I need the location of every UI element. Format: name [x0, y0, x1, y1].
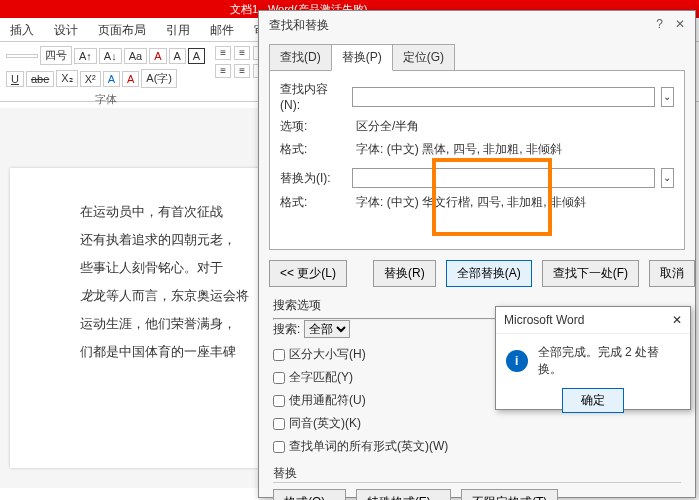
- replace-label: 替换为(I):: [280, 170, 346, 187]
- change-case-button[interactable]: Aa: [124, 48, 147, 64]
- bottom-section-label: 替换: [273, 465, 681, 482]
- doc-line: 龙龙等人而言，东京奥运会将: [80, 282, 250, 310]
- chk-sounds-like-label: 同音(英文)(K): [289, 415, 361, 432]
- ribbon-tab-design[interactable]: 设计: [44, 18, 88, 41]
- numbering-icon[interactable]: ≡: [234, 46, 250, 60]
- doc-line: 运动生涯，他们荣誉满身，: [80, 310, 250, 338]
- strikethrough-button[interactable]: abe: [26, 71, 54, 87]
- replace-button[interactable]: 替换(R): [373, 260, 436, 287]
- doc-line: 还有执着追求的四朝元老，: [80, 226, 250, 254]
- less-button[interactable]: << 更少(L): [269, 260, 347, 287]
- chk-sounds-like[interactable]: [273, 418, 285, 430]
- document-page[interactable]: 在运动员中，有首次征战 还有执着追求的四朝元老， 些事让人刻骨铭心。对于 龙龙等…: [10, 168, 260, 468]
- font-color-a-icon[interactable]: A: [149, 48, 166, 64]
- ribbon-tab-references[interactable]: 引用: [156, 18, 200, 41]
- chk-match-case[interactable]: [273, 349, 285, 361]
- font-size-select[interactable]: 四号: [40, 46, 72, 65]
- format-value-1: 字体: (中文) 黑体, 四号, 非加粗, 非倾斜: [356, 141, 674, 158]
- msgbox-title: Microsoft Word: [504, 313, 584, 327]
- doc-line: 们都是中国体育的一座丰碑: [80, 338, 250, 366]
- search-direction-label: 搜索:: [273, 321, 300, 338]
- ribbon-tab-mailings[interactable]: 邮件: [200, 18, 244, 41]
- enclose-char-button[interactable]: A(字): [141, 69, 177, 88]
- ribbon-tab-layout[interactable]: 页面布局: [88, 18, 156, 41]
- superscript-button[interactable]: X²: [80, 71, 101, 87]
- grow-font-button[interactable]: A↑: [74, 48, 97, 64]
- tab-find[interactable]: 查找(D): [269, 44, 332, 71]
- text-highlight-button[interactable]: A: [103, 71, 120, 87]
- find-replace-dialog: 查找和替换 ? ✕ 查找(D) 替换(P) 定位(G) 查找内容(N): ⌄ 选…: [258, 10, 696, 498]
- options-label: 选项:: [280, 118, 350, 135]
- message-box: Microsoft Word ✕ i 全部完成。完成 2 处替换。 确定: [495, 306, 691, 410]
- text-effects-button[interactable]: A: [169, 48, 186, 64]
- dialog-title: 查找和替换: [269, 17, 329, 34]
- tab-replace[interactable]: 替换(P): [331, 44, 393, 71]
- shrink-font-button[interactable]: A↓: [99, 48, 122, 64]
- options-value: 区分全/半角: [356, 118, 674, 135]
- msgbox-ok-button[interactable]: 确定: [562, 388, 624, 413]
- replace-all-button[interactable]: 全部替换(A): [446, 260, 532, 287]
- ribbon-tab-insert[interactable]: 插入: [0, 18, 44, 41]
- find-input[interactable]: [352, 87, 655, 107]
- special-button[interactable]: 特殊格式(E) ▾: [356, 489, 451, 500]
- msgbox-text: 全部完成。完成 2 处替换。: [538, 344, 680, 378]
- no-formatting-button[interactable]: 不限定格式(T): [461, 489, 558, 500]
- align-left-icon[interactable]: ≡: [215, 64, 231, 78]
- info-icon: i: [506, 350, 528, 372]
- document-area: 在运动员中，有首次征战 还有执着追求的四朝元老， 些事让人刻骨铭心。对于 龙龙等…: [0, 108, 260, 488]
- chk-all-forms-label: 查找单词的所有形式(英文)(W): [289, 438, 448, 455]
- chk-all-forms[interactable]: [273, 441, 285, 453]
- font-group-label: 字体: [6, 92, 205, 107]
- format-button[interactable]: 格式(O) ▾: [273, 489, 346, 500]
- cancel-button[interactable]: 取消: [649, 260, 695, 287]
- replace-input[interactable]: [352, 168, 655, 188]
- format-label-1: 格式:: [280, 141, 350, 158]
- underline-button[interactable]: U: [6, 71, 24, 87]
- bullets-icon[interactable]: ≡: [215, 46, 231, 60]
- chk-wildcards[interactable]: [273, 395, 285, 407]
- chk-match-case-label: 区分大小写(H): [289, 346, 366, 363]
- format-value-2: 字体: (中文) 华文行楷, 四号, 非加粗, 非倾斜: [356, 194, 674, 211]
- find-next-button[interactable]: 查找下一处(F): [542, 260, 639, 287]
- close-icon[interactable]: ✕: [675, 17, 685, 34]
- subscript-button[interactable]: X₂: [56, 70, 77, 87]
- help-icon[interactable]: ?: [656, 17, 663, 34]
- character-border-button[interactable]: A: [188, 48, 205, 64]
- font-name-empty[interactable]: [6, 54, 38, 58]
- doc-line: 些事让人刻骨铭心。对于: [80, 254, 250, 282]
- msgbox-close-icon[interactable]: ✕: [672, 313, 682, 327]
- format-label-2: 格式:: [280, 194, 350, 211]
- search-direction-select[interactable]: 全部: [304, 320, 350, 338]
- find-label: 查找内容(N):: [280, 81, 346, 112]
- tab-goto[interactable]: 定位(G): [392, 44, 455, 71]
- chk-whole-word-label: 全字匹配(Y): [289, 369, 353, 386]
- chk-wildcards-label: 使用通配符(U): [289, 392, 366, 409]
- find-dropdown-icon[interactable]: ⌄: [661, 87, 674, 107]
- replace-dropdown-icon[interactable]: ⌄: [661, 168, 674, 188]
- align-center-icon[interactable]: ≡: [234, 64, 250, 78]
- font-color-button[interactable]: A: [122, 71, 139, 87]
- doc-line: 在运动员中，有首次征战: [80, 198, 250, 226]
- chk-whole-word[interactable]: [273, 372, 285, 384]
